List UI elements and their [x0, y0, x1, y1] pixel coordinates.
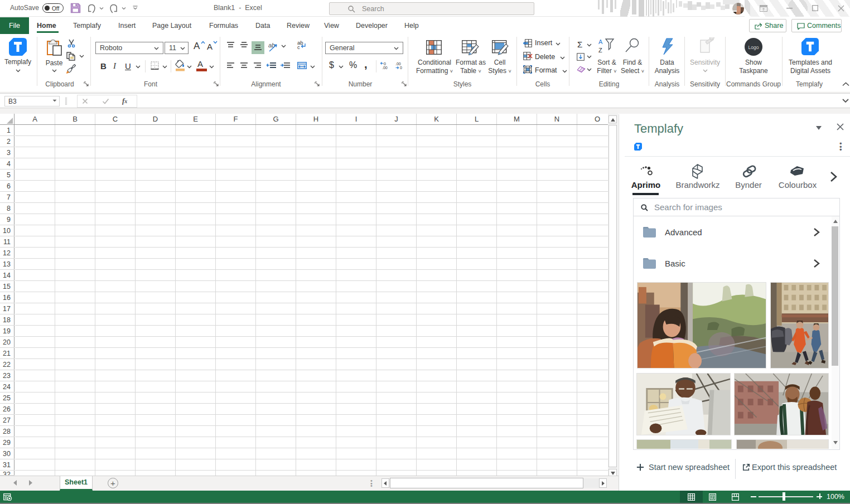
svg-text:.00: .00	[395, 62, 401, 66]
svg-text:.00: .00	[382, 66, 388, 70]
svg-text:ab: ab	[268, 42, 275, 49]
svg-text:0: 0	[384, 62, 386, 66]
svg-text:Logo: Logo	[748, 45, 759, 50]
svg-text:A: A	[598, 38, 603, 45]
svg-text:c: c	[297, 44, 300, 50]
svg-text:0: 0	[400, 66, 402, 70]
svg-text:Z: Z	[598, 47, 602, 54]
